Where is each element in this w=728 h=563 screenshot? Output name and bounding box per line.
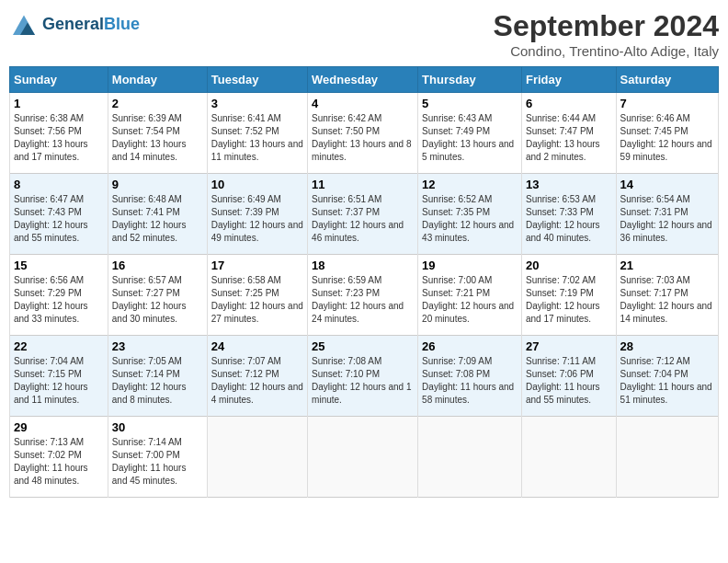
- calendar-cell: 21Sunrise: 7:03 AMSunset: 7:17 PMDayligh…: [616, 255, 718, 336]
- weekday-header-wednesday: Wednesday: [308, 67, 418, 93]
- logo: GeneralBlue: [9, 9, 140, 39]
- day-number: 20: [526, 259, 612, 272]
- location-subtitle: Condino, Trentino-Alto Adige, Italy: [494, 43, 719, 59]
- day-number: 16: [112, 259, 203, 272]
- day-number: 2: [112, 97, 203, 110]
- day-number: 3: [211, 97, 303, 110]
- calendar-cell: 13Sunrise: 6:53 AMSunset: 7:33 PMDayligh…: [521, 174, 616, 255]
- day-number: 1: [14, 97, 104, 110]
- day-info: Sunrise: 6:46 AMSunset: 7:45 PMDaylight:…: [620, 112, 714, 164]
- title-area: September 2024 Condino, Trentino-Alto Ad…: [494, 9, 719, 59]
- day-info: Sunrise: 6:51 AMSunset: 7:37 PMDaylight:…: [312, 193, 414, 245]
- day-info: Sunrise: 7:13 AMSunset: 7:02 PMDaylight:…: [14, 436, 104, 488]
- calendar-week-row: 22Sunrise: 7:04 AMSunset: 7:15 PMDayligh…: [10, 336, 719, 417]
- day-info: Sunrise: 6:54 AMSunset: 7:31 PMDaylight:…: [620, 193, 714, 245]
- calendar-cell: 1Sunrise: 6:38 AMSunset: 7:56 PMDaylight…: [10, 93, 108, 174]
- weekday-header-row: SundayMondayTuesdayWednesdayThursdayFrid…: [10, 67, 719, 93]
- month-title: September 2024: [494, 9, 719, 43]
- calendar-cell: 27Sunrise: 7:11 AMSunset: 7:06 PMDayligh…: [521, 336, 616, 417]
- logo-general-text: General: [42, 15, 104, 33]
- day-number: 27: [526, 339, 612, 353]
- calendar-week-row: 8Sunrise: 6:47 AMSunset: 7:43 PMDaylight…: [10, 174, 719, 255]
- day-number: 14: [620, 178, 714, 191]
- day-info: Sunrise: 6:52 AMSunset: 7:35 PMDaylight:…: [422, 193, 518, 245]
- day-number: 29: [14, 420, 104, 434]
- day-info: Sunrise: 7:07 AMSunset: 7:12 PMDaylight:…: [211, 355, 303, 407]
- day-info: Sunrise: 6:47 AMSunset: 7:43 PMDaylight:…: [14, 193, 104, 245]
- day-number: 18: [312, 259, 414, 272]
- day-info: Sunrise: 6:49 AMSunset: 7:39 PMDaylight:…: [211, 193, 303, 245]
- calendar-cell: 8Sunrise: 6:47 AMSunset: 7:43 PMDaylight…: [10, 174, 108, 255]
- calendar-cell: 14Sunrise: 6:54 AMSunset: 7:31 PMDayligh…: [616, 174, 718, 255]
- calendar-cell: [207, 417, 307, 498]
- calendar-cell: 4Sunrise: 6:42 AMSunset: 7:50 PMDaylight…: [308, 93, 418, 174]
- calendar-cell: [616, 417, 718, 498]
- day-info: Sunrise: 6:48 AMSunset: 7:41 PMDaylight:…: [112, 193, 203, 245]
- day-info: Sunrise: 7:08 AMSunset: 7:10 PMDaylight:…: [312, 355, 414, 407]
- day-number: 11: [312, 178, 414, 191]
- calendar-cell: 16Sunrise: 6:57 AMSunset: 7:27 PMDayligh…: [108, 255, 207, 336]
- day-number: 28: [620, 339, 714, 353]
- day-number: 24: [211, 339, 303, 353]
- day-info: Sunrise: 6:57 AMSunset: 7:27 PMDaylight:…: [112, 274, 203, 326]
- calendar-header: SundayMondayTuesdayWednesdayThursdayFrid…: [10, 67, 719, 93]
- calendar-cell: 24Sunrise: 7:07 AMSunset: 7:12 PMDayligh…: [207, 336, 307, 417]
- calendar-cell: [521, 417, 616, 498]
- calendar-cell: 12Sunrise: 6:52 AMSunset: 7:35 PMDayligh…: [418, 174, 522, 255]
- calendar-cell: 2Sunrise: 6:39 AMSunset: 7:54 PMDaylight…: [108, 93, 207, 174]
- calendar-cell: 26Sunrise: 7:09 AMSunset: 7:08 PMDayligh…: [418, 336, 522, 417]
- calendar-cell: 18Sunrise: 6:59 AMSunset: 7:23 PMDayligh…: [308, 255, 418, 336]
- calendar-cell: 22Sunrise: 7:04 AMSunset: 7:15 PMDayligh…: [10, 336, 108, 417]
- day-number: 13: [526, 178, 612, 191]
- calendar-table: SundayMondayTuesdayWednesdayThursdayFrid…: [9, 66, 719, 498]
- calendar-cell: 5Sunrise: 6:43 AMSunset: 7:49 PMDaylight…: [418, 93, 522, 174]
- logo-blue-text: Blue: [104, 15, 140, 33]
- calendar-cell: 20Sunrise: 7:02 AMSunset: 7:19 PMDayligh…: [521, 255, 616, 336]
- day-info: Sunrise: 6:56 AMSunset: 7:29 PMDaylight:…: [14, 274, 104, 326]
- calendar-cell: [308, 417, 418, 498]
- calendar-week-row: 1Sunrise: 6:38 AMSunset: 7:56 PMDaylight…: [10, 93, 719, 174]
- calendar-week-row: 15Sunrise: 6:56 AMSunset: 7:29 PMDayligh…: [10, 255, 719, 336]
- calendar-cell: 19Sunrise: 7:00 AMSunset: 7:21 PMDayligh…: [418, 255, 522, 336]
- day-info: Sunrise: 7:12 AMSunset: 7:04 PMDaylight:…: [620, 355, 714, 407]
- day-number: 21: [620, 259, 714, 272]
- day-number: 22: [14, 339, 104, 353]
- day-info: Sunrise: 6:38 AMSunset: 7:56 PMDaylight:…: [14, 112, 104, 164]
- day-number: 15: [14, 259, 104, 272]
- weekday-header-saturday: Saturday: [616, 67, 718, 93]
- weekday-header-friday: Friday: [521, 67, 616, 93]
- day-number: 19: [422, 259, 518, 272]
- calendar-cell: 25Sunrise: 7:08 AMSunset: 7:10 PMDayligh…: [308, 336, 418, 417]
- day-number: 4: [312, 97, 414, 110]
- calendar-cell: [418, 417, 522, 498]
- calendar-cell: 17Sunrise: 6:58 AMSunset: 7:25 PMDayligh…: [207, 255, 307, 336]
- calendar-cell: 23Sunrise: 7:05 AMSunset: 7:14 PMDayligh…: [108, 336, 207, 417]
- day-number: 6: [526, 97, 612, 110]
- calendar-cell: 15Sunrise: 6:56 AMSunset: 7:29 PMDayligh…: [10, 255, 108, 336]
- calendar-body: 1Sunrise: 6:38 AMSunset: 7:56 PMDaylight…: [10, 93, 719, 498]
- calendar-cell: 28Sunrise: 7:12 AMSunset: 7:04 PMDayligh…: [616, 336, 718, 417]
- weekday-header-monday: Monday: [108, 67, 207, 93]
- weekday-header-tuesday: Tuesday: [207, 67, 307, 93]
- calendar-cell: 30Sunrise: 7:14 AMSunset: 7:00 PMDayligh…: [108, 417, 207, 498]
- day-info: Sunrise: 7:00 AMSunset: 7:21 PMDaylight:…: [422, 274, 518, 326]
- day-info: Sunrise: 6:44 AMSunset: 7:47 PMDaylight:…: [526, 112, 612, 164]
- day-number: 12: [422, 178, 518, 191]
- calendar-cell: 10Sunrise: 6:49 AMSunset: 7:39 PMDayligh…: [207, 174, 307, 255]
- weekday-header-thursday: Thursday: [418, 67, 522, 93]
- day-number: 7: [620, 97, 714, 110]
- calendar-cell: 11Sunrise: 6:51 AMSunset: 7:37 PMDayligh…: [308, 174, 418, 255]
- calendar-cell: 6Sunrise: 6:44 AMSunset: 7:47 PMDaylight…: [521, 93, 616, 174]
- day-info: Sunrise: 6:39 AMSunset: 7:54 PMDaylight:…: [112, 112, 203, 164]
- day-info: Sunrise: 7:05 AMSunset: 7:14 PMDaylight:…: [112, 355, 203, 407]
- day-number: 23: [112, 339, 203, 353]
- day-info: Sunrise: 7:09 AMSunset: 7:08 PMDaylight:…: [422, 355, 518, 407]
- day-number: 26: [422, 339, 518, 353]
- day-number: 10: [211, 178, 303, 191]
- day-info: Sunrise: 7:03 AMSunset: 7:17 PMDaylight:…: [620, 274, 714, 326]
- day-info: Sunrise: 7:11 AMSunset: 7:06 PMDaylight:…: [526, 355, 612, 407]
- day-number: 5: [422, 97, 518, 110]
- day-number: 25: [312, 339, 414, 353]
- day-info: Sunrise: 7:04 AMSunset: 7:15 PMDaylight:…: [14, 355, 104, 407]
- day-number: 9: [112, 178, 203, 191]
